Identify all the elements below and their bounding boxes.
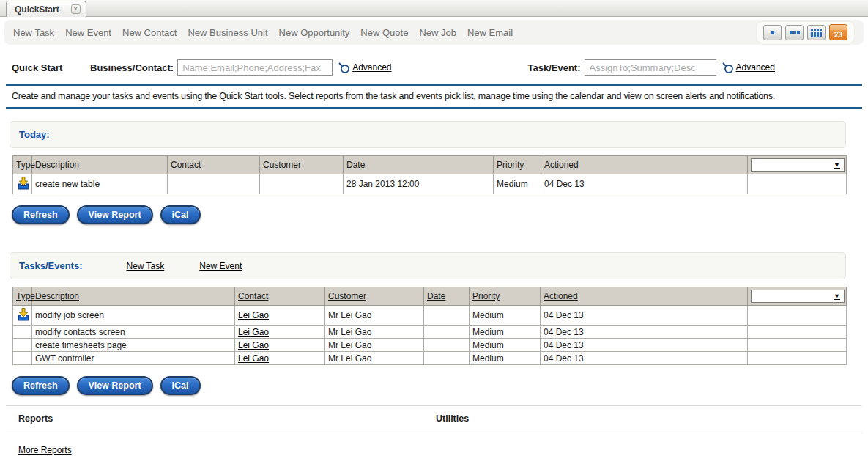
search-icon[interactable] (338, 62, 350, 74)
cell-date (424, 339, 470, 352)
business-contact-label: Business/Contact: (90, 62, 174, 73)
today-table: Type Description Contact Customer Date P… (12, 155, 847, 194)
col-priority[interactable]: Priority (494, 156, 541, 174)
col-date[interactable]: Date (424, 287, 470, 306)
task-event-input[interactable] (585, 59, 716, 76)
tasks-events-table: Type Description Contact Customer Date P… (12, 287, 847, 365)
quick-start-search-row: Quick Start Business/Contact: Advanced T… (12, 59, 856, 76)
table-row[interactable]: create timesheets page Lei Gao Mr Lei Ga… (13, 339, 847, 352)
task-event-advanced-link[interactable]: Advanced (736, 62, 775, 73)
refresh-button[interactable]: Refresh (12, 376, 70, 395)
more-reports-link[interactable]: More Reports (18, 445, 72, 455)
cell-description: create new table (32, 174, 168, 194)
filter-dropdown[interactable]: ▼ (751, 290, 845, 303)
col-priority[interactable]: Priority (470, 287, 541, 306)
tasks-events-table-header-row: Type Description Contact Customer Date P… (13, 287, 847, 306)
business-contact-advanced-link[interactable]: Advanced (352, 62, 391, 73)
cell-empty (748, 306, 847, 326)
cell-contact: Lei Gao (235, 306, 325, 326)
col-filter: ▼ (748, 287, 847, 306)
search-icon[interactable] (722, 62, 734, 74)
today-table-header-row: Type Description Contact Customer Date P… (13, 156, 847, 174)
page-title: Quick Start (12, 62, 90, 73)
cell-priority: Medium (470, 352, 541, 365)
month-view-icon[interactable] (807, 25, 826, 40)
utilities-heading: Utilities (436, 413, 469, 424)
cell-description: GWT controller (32, 352, 235, 365)
col-contact[interactable]: Contact (168, 156, 260, 174)
cell-customer: Mr Lei Gao (325, 306, 424, 326)
table-row[interactable]: modify contacts screen Lei Gao Mr Lei Ga… (13, 326, 847, 339)
today-button-row: Refresh View Report iCal (12, 205, 856, 224)
toolbar-new-quote[interactable]: New Quote (360, 27, 408, 38)
toolbar-new-opportunity[interactable]: New Opportunity (279, 27, 350, 38)
tab-quickstart[interactable]: QuickStart × (6, 1, 86, 17)
cell-actioned: 04 Dec 13 (541, 174, 748, 194)
toolbar-new-task[interactable]: New Task (13, 27, 54, 38)
table-row[interactable]: GWT controller Lei Gao Mr Lei Gao Medium… (13, 352, 847, 365)
close-icon[interactable]: × (71, 4, 81, 14)
cell-contact (168, 174, 260, 194)
contact-link[interactable]: Lei Gao (238, 353, 269, 364)
calendar-day-number: 23 (830, 30, 847, 40)
col-actioned[interactable]: Actioned (541, 156, 748, 174)
new-task-link[interactable]: New Task (126, 261, 164, 271)
col-date[interactable]: Date (344, 156, 494, 174)
col-filter: ▼ (748, 156, 847, 174)
contact-link[interactable]: Lei Gao (238, 310, 269, 320)
new-event-link[interactable]: New Event (199, 261, 242, 271)
col-type[interactable]: Type (13, 287, 32, 306)
col-type[interactable]: Type (13, 156, 32, 174)
col-contact[interactable]: Contact (235, 287, 325, 306)
cell-actioned: 04 Dec 13 (541, 306, 748, 326)
refresh-button[interactable]: Refresh (12, 205, 70, 224)
cell-actioned: 04 Dec 13 (541, 339, 748, 352)
cell-date (424, 326, 470, 339)
cell-date (424, 306, 470, 326)
cell-customer: Mr Lei Gao (325, 326, 424, 339)
col-customer[interactable]: Customer (260, 156, 344, 174)
ical-button[interactable]: iCal (160, 205, 201, 224)
day-view-icon[interactable] (763, 25, 782, 40)
toolbar-new-contact[interactable]: New Contact (122, 27, 177, 38)
task-type-icon (13, 174, 32, 194)
cell-customer: Mr Lei Gao (325, 339, 424, 352)
tab-title: QuickStart (15, 4, 59, 15)
toolbar-new-event[interactable]: New Event (65, 27, 111, 38)
cell-type-empty (13, 339, 32, 352)
table-row[interactable]: modify job screen Lei Gao Mr Lei Gao Med… (13, 306, 847, 326)
chevron-down-icon: ▼ (834, 161, 840, 169)
chevron-down-icon: ▼ (834, 293, 840, 300)
business-contact-input[interactable] (177, 59, 333, 76)
table-row[interactable]: create new table 28 Jan 2013 12:00 Mediu… (13, 174, 847, 194)
cell-empty (748, 174, 847, 194)
cell-priority: Medium (470, 326, 541, 339)
cell-description: modify job screen (32, 306, 235, 326)
cell-date (424, 352, 470, 365)
view-report-button[interactable]: View Report (77, 376, 153, 395)
col-actioned[interactable]: Actioned (541, 287, 748, 306)
reports-heading: Reports (18, 413, 53, 424)
week-view-icon[interactable] (785, 25, 804, 40)
contact-link[interactable]: Lei Gao (238, 340, 269, 350)
cell-type-empty (13, 352, 32, 365)
cell-customer (260, 174, 344, 194)
toolbar-new-email[interactable]: New Email (467, 27, 513, 38)
toolbar-new-job[interactable]: New Job (419, 27, 456, 38)
col-description[interactable]: Description (32, 156, 168, 174)
cell-contact: Lei Gao (235, 339, 325, 352)
filter-dropdown[interactable]: ▼ (751, 158, 845, 172)
view-report-button[interactable]: View Report (77, 205, 153, 224)
cell-customer: Mr Lei Gao (325, 352, 424, 365)
cell-priority: Medium (494, 174, 541, 194)
calendar-date-icon[interactable]: 23 (829, 24, 847, 40)
calendar-view-panel: 23 (756, 21, 855, 43)
col-description[interactable]: Description (32, 287, 235, 306)
toolbar-new-business-unit[interactable]: New Business Unit (188, 27, 267, 38)
contact-link[interactable]: Lei Gao (238, 327, 269, 337)
col-customer[interactable]: Customer (325, 287, 424, 306)
task-event-label: Task/Event: (528, 62, 581, 73)
cell-empty (748, 352, 847, 365)
ical-button[interactable]: iCal (160, 376, 201, 395)
task-type-icon (13, 306, 32, 326)
